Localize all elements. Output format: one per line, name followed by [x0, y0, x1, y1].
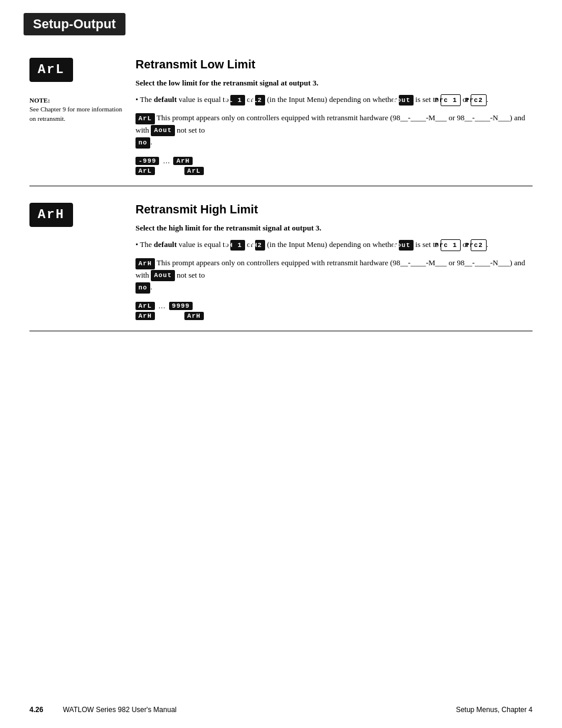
footer-right: Setup Menus, Chapter 4 — [456, 706, 533, 714]
range-chip4-high: ArH — [184, 312, 204, 320]
range-line1-high: ArL … 9999 — [135, 302, 533, 311]
range-chip1-low: -999 — [135, 157, 159, 165]
right-col-high: Retransmit High Limit Select the high li… — [124, 203, 533, 320]
range-sep-high: … — [158, 302, 166, 311]
chip-rh1: rH 1 — [230, 240, 244, 251]
left-col-high: ArH — [29, 203, 124, 320]
section-retransmit-high: ArH Retransmit High Limit Select the hig… — [29, 203, 533, 331]
chip-rl2: rL2 — [255, 95, 265, 106]
bullet-in-high: (in the Input Menu) depending on whether — [265, 240, 399, 249]
chip-aout2: Aout — [399, 240, 413, 251]
header-title: Setup-Output — [33, 17, 116, 31]
chip-aout-body1: Aout — [151, 125, 174, 136]
bullet-end-low: . — [487, 95, 488, 104]
section-title-high: Retransmit High Limit — [135, 203, 533, 216]
range-chip3-high: ArH — [135, 312, 155, 320]
chip-no2: no — [135, 282, 150, 294]
bullet-in-low: (in the Input Menu) depending on whether — [265, 95, 399, 104]
bullet-high: The default value is equal to rH 1 or rH… — [135, 239, 533, 251]
range-row-low: -999 … ArH ArL ArL — [135, 157, 533, 175]
note-label: NOTE: — [29, 97, 50, 104]
range-chip3-low: ArL — [135, 167, 155, 175]
section-subtitle-low: Select the low limit for the retransmit … — [135, 78, 533, 88]
lcd-arh: ArH — [29, 203, 73, 227]
body-notset-high: not set to — [175, 271, 205, 279]
range-chip2-high: 9999 — [169, 302, 193, 310]
range-line2-high: ArH ArH — [135, 312, 533, 320]
bullet-bold-high: default — [154, 240, 177, 249]
chip-rl1: rL 1 — [230, 95, 244, 106]
range-chip2-low: ArH — [173, 157, 193, 165]
range-sep-low: … — [163, 157, 170, 166]
chip-prc1-high: Prc 1 — [441, 239, 461, 252]
body-text-high: ArH This prompt appears only on controll… — [135, 257, 533, 294]
lcd-arl: ArL — [29, 58, 73, 82]
bullet-mid-high: value is equal to — [177, 240, 230, 249]
body-dot-low: . — [150, 137, 152, 146]
section-subtitle-high: Select the high limit for the retransmit… — [135, 223, 533, 233]
chip-aout-body2: Aout — [151, 270, 174, 281]
footer-page-number: 4.26 WATLOW Series 982 User's Manual — [29, 706, 177, 714]
left-col-low: ArL NOTE: See Chapter 9 for more informa… — [29, 58, 124, 175]
chip-prc1: Prc 1 — [441, 94, 461, 107]
chip-prc2: Prc2 — [471, 94, 486, 107]
range-chip1-high: ArL — [135, 302, 155, 310]
chip-aout1: Aout — [399, 95, 413, 106]
bullet-prefix-low: The — [140, 95, 154, 104]
bullet-prefix-high: The — [140, 240, 154, 249]
chip-prc2-high: Prc2 — [471, 239, 486, 252]
bullet-end-high: . — [487, 240, 488, 249]
bullet-bold-low: default — [154, 95, 177, 104]
bullet-low: The default value is equal to rL 1 or rL… — [135, 94, 533, 106]
chip-no1: no — [135, 137, 150, 149]
chip-arh-body: ArH — [135, 258, 155, 269]
footer: 4.26 WATLOW Series 982 User's Manual Set… — [0, 706, 562, 714]
chip-rh2: rH2 — [255, 240, 265, 251]
bullet-mid-low: value is equal to — [177, 95, 230, 104]
chip-arl-body: ArL — [135, 113, 155, 124]
section-title-low: Retransmit Low Limit — [135, 58, 533, 71]
range-chip4-low: ArL — [184, 167, 204, 175]
range-line1-low: -999 … ArH — [135, 157, 533, 166]
right-col-low: Retransmit Low Limit Select the low limi… — [124, 58, 533, 175]
range-line2-low: ArL ArL — [135, 167, 533, 175]
body-text-low: ArL This prompt appears only on controll… — [135, 112, 533, 149]
note-box-low: NOTE: See Chapter 9 for more information… — [29, 96, 124, 123]
footer-center: WATLOW Series 982 User's Manual — [63, 706, 177, 714]
range-row-high: ArL … 9999 ArH ArH — [135, 302, 533, 320]
body-notset-low: not set to — [175, 126, 205, 134]
body-dot-high: . — [150, 282, 152, 291]
note-text: See Chapter 9 for more information on re… — [29, 106, 122, 121]
header-bar: Setup-Output — [24, 13, 125, 35]
section-retransmit-low: ArL NOTE: See Chapter 9 for more informa… — [29, 58, 533, 186]
